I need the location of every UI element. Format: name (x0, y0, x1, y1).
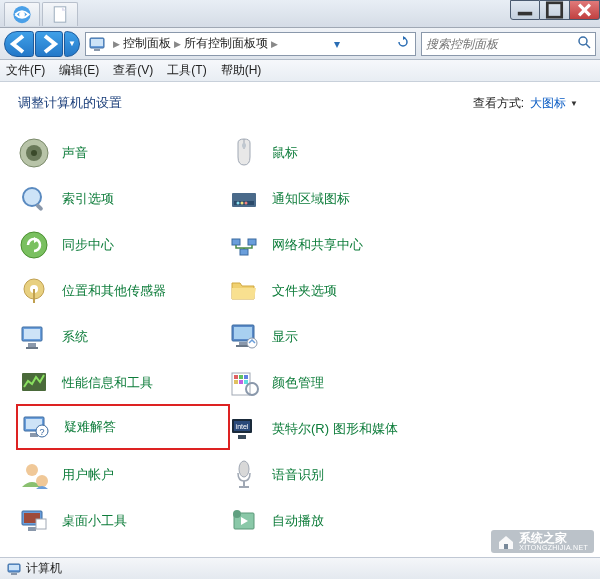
tab-blank[interactable] (42, 2, 78, 26)
menu-edit[interactable]: 编辑(E) (59, 62, 99, 79)
chevron-right-icon: ▶ (271, 39, 278, 49)
menu-help[interactable]: 帮助(H) (221, 62, 262, 79)
minimize-button[interactable] (510, 0, 540, 20)
tab-ie[interactable] (4, 2, 40, 26)
tab-group (4, 2, 78, 26)
menu-file[interactable]: 文件(F) (6, 62, 45, 79)
search-input[interactable] (426, 37, 577, 51)
page-icon (43, 3, 77, 26)
control-panel-icon (88, 35, 106, 53)
maximize-button[interactable] (540, 0, 570, 20)
back-button[interactable] (4, 31, 34, 57)
maximize-icon (540, 1, 569, 19)
close-button[interactable] (570, 0, 600, 20)
svg-rect-4 (547, 3, 561, 17)
window-controls (510, 0, 600, 20)
dropdown-icon[interactable]: ▾ (334, 37, 340, 51)
svg-rect-3 (518, 12, 532, 16)
svg-rect-7 (94, 49, 100, 51)
svg-point-8 (579, 37, 587, 45)
menu-view[interactable]: 查看(V) (113, 62, 153, 79)
chevron-right-icon: ▶ (113, 39, 120, 49)
search-box[interactable] (421, 32, 596, 56)
svg-rect-6 (91, 39, 103, 46)
search-icon[interactable] (577, 35, 591, 52)
breadcrumb-part-2[interactable]: 所有控制面板项 (184, 35, 268, 52)
breadcrumb[interactable]: ▶ 控制面板 ▶ 所有控制面板项 ▶ ▾ (85, 32, 416, 56)
arrow-right-icon (36, 32, 62, 56)
arrow-left-icon (5, 32, 33, 56)
svg-point-1 (19, 11, 25, 17)
refresh-icon[interactable] (397, 36, 409, 51)
breadcrumb-part-1[interactable]: 控制面板 (123, 35, 171, 52)
navigation-bar: ▼ ▶ 控制面板 ▶ 所有控制面板项 ▶ ▾ (0, 28, 600, 60)
close-icon (570, 1, 599, 19)
ie-icon (5, 3, 39, 26)
menu-tools[interactable]: 工具(T) (167, 62, 206, 79)
titlebar (0, 0, 600, 28)
history-dropdown[interactable]: ▼ (64, 31, 80, 57)
menu-bar: 文件(F) 编辑(E) 查看(V) 工具(T) 帮助(H) (0, 60, 600, 82)
minimize-icon (511, 1, 539, 19)
chevron-right-icon: ▶ (174, 39, 181, 49)
forward-button[interactable] (35, 31, 63, 57)
